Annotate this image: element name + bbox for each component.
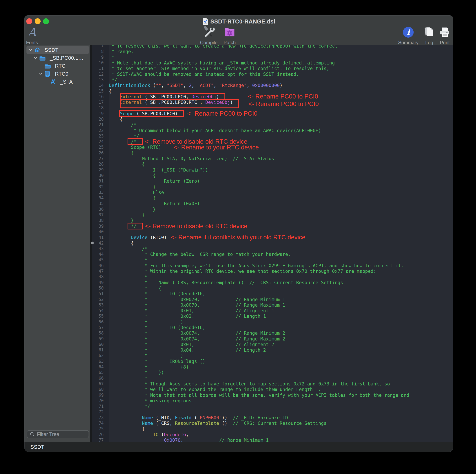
code-line: 74 Name (_CRS, ResourceTemplate () // _C… (92, 421, 453, 426)
print-button[interactable]: Print (439, 25, 450, 45)
patch-button[interactable]: Patch (223, 25, 236, 45)
device-icon (44, 71, 50, 77)
home-icon (34, 47, 40, 53)
minimize-button[interactable] (35, 18, 41, 24)
code-line: 21 /* (92, 122, 453, 128)
code-line: 68 * we'll want to expand the range to i… (92, 387, 453, 392)
code-line: 11 * to set another _STA method in your … (92, 66, 453, 71)
code-line: 17 External (_SB_.PC00.LPC0.RTC_, Device… (92, 100, 453, 105)
summary-button[interactable]: i Summary (398, 25, 419, 45)
code-line: 12 * SSDT-AWAC should be removed and ins… (92, 71, 453, 77)
code-line: 53 * 0x0070, // Range Maximum 1 (92, 302, 453, 308)
code-line: 39 */ (92, 223, 453, 229)
code-line: 46 * For this example, we'll use the Asu… (92, 263, 453, 269)
code-line: 38 } (92, 218, 453, 223)
summary-label: Summary (398, 40, 419, 45)
sidebar-item-rtc[interactable]: RTC (24, 62, 90, 70)
code-line: 7 * To resolve this, we'll want to creat… (92, 45, 453, 49)
code-line: 18 (92, 105, 453, 111)
code-line: 31 Return (Zero) (92, 178, 453, 184)
code-line: 64 * {8} (92, 364, 453, 370)
window-title: SSDT-RTC0-RANGE.dsl (202, 18, 275, 25)
fonts-label: Fonts (26, 40, 38, 45)
code-line: 14DefinitionBlock ("", "SSDT", 2, "ACDT"… (92, 83, 453, 88)
code-line: 36 } (92, 206, 453, 212)
fonts-button[interactable]: A Fonts (26, 25, 38, 45)
sidebar-tree: SSDT _SB.PC00.L… RTC RTC0 _STA Filter Tr… (24, 45, 90, 442)
code-line: 73 Name (_HID, EisaId ("PNP0B00")) // _H… (92, 415, 453, 421)
sidebar-item-rtc0[interactable]: RTC0 (24, 70, 90, 78)
sidebar-item-label: RTC (55, 63, 66, 69)
code-line: 75 { (92, 426, 453, 432)
code-line: 13 */ (92, 77, 453, 83)
code-line: 52 * 0x0070, // Range Minimum 1 (92, 297, 453, 302)
sidebar-item-label: SSDT (45, 47, 58, 53)
code-line: 25 Scope (RTC) (92, 144, 453, 150)
code-line: 37 } (92, 212, 453, 218)
code-lines: 7 * To resolve this, we'll want to creat… (92, 45, 453, 442)
code-line: 45 * (92, 257, 453, 263)
code-line: 33 Else (92, 190, 453, 195)
compile-icon (203, 26, 215, 38)
code-line: 15{ (92, 88, 453, 94)
patch-label: Patch (223, 40, 236, 45)
code-line: 77 0x0070, // Range Minimum 1 (92, 437, 453, 442)
close-button[interactable] (26, 18, 32, 24)
code-line: 54 * 0x01, // Alignment 1 (92, 308, 453, 313)
code-line: 56 * ) (92, 319, 453, 325)
compile-button[interactable]: Compile (200, 25, 218, 45)
sidebar-item-label: _STA (60, 79, 73, 85)
code-line: 51 * IO (Decode16, (92, 291, 453, 297)
chevron-down-icon (34, 56, 37, 59)
code-line: 22 * Uncomment below if your ACPI doesn'… (92, 128, 453, 133)
code-line: 32 } (92, 184, 453, 189)
chevron-down-icon (29, 49, 32, 51)
code-line: 29 If (_OSI ("Darwin")) (92, 167, 453, 173)
code-line: 72 (92, 409, 453, 415)
code-line: 23 */ (92, 133, 453, 139)
sidebar-item-sta[interactable]: _STA (24, 78, 90, 86)
folder-icon (39, 55, 46, 61)
code-line: 48 * (92, 274, 453, 280)
code-editor[interactable]: 7 * To resolve this, we'll want to creat… (92, 45, 453, 442)
sidebar-item-label: _SB.PC00.L… (50, 55, 83, 61)
log-icon (424, 26, 435, 38)
app-window: SSDT-RTC0-RANGE.dsl A Fonts Compile (24, 15, 453, 452)
fonts-icon: A (28, 26, 36, 38)
zoom-button[interactable] (43, 18, 49, 24)
code-line: 62 * ) (92, 353, 453, 358)
log-button[interactable]: Log (424, 25, 435, 45)
sidebar-separator (24, 429, 90, 429)
split-divider[interactable] (90, 45, 92, 442)
code-line: 24 /* (92, 139, 453, 144)
code-line: 65 * }) (92, 370, 453, 375)
code-line: 47 * Within the original RTC device, we … (92, 269, 453, 274)
code-line: 49 * Name (_CRS, ResourceTemplate () // … (92, 280, 453, 285)
code-line: 76 IO (Decode16, (92, 432, 453, 437)
code-line: 19 Scope (_SB.PC00.LPC0) (92, 111, 453, 117)
code-line: 50 * { (92, 285, 453, 291)
code-line: 69 * Note that not all boards will be th… (92, 392, 453, 398)
folder-icon (44, 63, 51, 69)
code-line: 60 * 0x01, // Alignment 2 (92, 342, 453, 347)
print-icon (439, 26, 450, 38)
sidebar-item-ssdt[interactable]: SSDT (24, 46, 90, 54)
code-line: 44 * Change the below _CSR range to matc… (92, 252, 453, 257)
patch-icon (224, 26, 236, 38)
status-bar: SSDT (24, 442, 453, 452)
code-line: 9 * (92, 54, 453, 60)
code-line: 67 * Though Asus seems to have forgotten… (92, 381, 453, 387)
status-text: SSDT (31, 444, 44, 450)
filter-tree-input[interactable]: Filter Tree (27, 430, 89, 438)
code-line: 57 * IO (Decode16, (92, 325, 453, 330)
code-line: 63 * IRQNoFlags () (92, 359, 453, 364)
code-line: 28 { (92, 161, 453, 167)
code-line: 8 * range. (92, 49, 453, 54)
code-line: 10 * Note that due to AWAC systems havin… (92, 60, 453, 66)
summary-info-icon: i (403, 27, 414, 38)
code-line: 20 { (92, 117, 453, 122)
code-line: 61 * 0x04, // Length 2 (92, 347, 453, 353)
compile-label: Compile (200, 40, 218, 45)
sidebar-item-label: RTC0 (55, 71, 68, 77)
sidebar-item-sbpc00l[interactable]: _SB.PC00.L… (24, 54, 90, 62)
